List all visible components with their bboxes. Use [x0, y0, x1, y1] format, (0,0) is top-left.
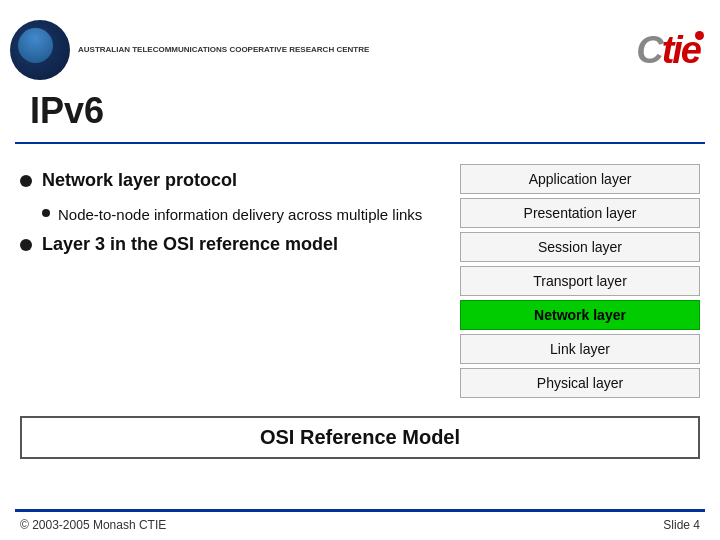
osi-transport-layer: Transport layer	[460, 266, 700, 296]
osi-model-column: Application layer Presentation layer Ses…	[460, 164, 700, 398]
ctie-c-letter: C	[636, 29, 661, 71]
osi-reference-box: OSI Reference Model	[20, 416, 700, 459]
bottom-area: © 2003-2005 Monash CTIE Slide 4	[0, 509, 720, 540]
bullet-text-2: Layer 3 in the OSI reference model	[42, 233, 338, 256]
bullet-icon-1	[20, 175, 32, 187]
osi-session-layer: Session layer	[460, 232, 700, 262]
page-title: IPv6	[20, 90, 700, 132]
footer: © 2003-2005 Monash CTIE Slide 4	[0, 518, 720, 540]
bullet-text-1: Network layer protocol	[42, 169, 237, 192]
ctie-dot-accent	[695, 31, 704, 40]
logo-text: Australian Telecommunications Cooperativ…	[78, 45, 369, 55]
university-logo	[10, 20, 70, 80]
left-column: Network layer protocol Node-to-node info…	[20, 164, 440, 398]
bullet-icon-2	[20, 239, 32, 251]
main-content: Network layer protocol Node-to-node info…	[0, 144, 720, 408]
title-section: IPv6	[0, 90, 720, 142]
slide-number: Slide 4	[663, 518, 700, 532]
logo-inner-circle	[18, 28, 53, 63]
bottom-divider	[15, 509, 705, 512]
bullet-item-1: Network layer protocol	[20, 169, 440, 192]
header: Australian Telecommunications Cooperativ…	[0, 0, 720, 90]
osi-application-layer: Application layer	[460, 164, 700, 194]
bullet-item-2: Layer 3 in the OSI reference model	[20, 233, 440, 256]
logo-area: Australian Telecommunications Cooperativ…	[10, 20, 369, 80]
ctie-logo-wrapper: Ctie	[636, 29, 700, 72]
osi-physical-layer: Physical layer	[460, 368, 700, 398]
sub-bullet-icon-1	[42, 209, 50, 217]
osi-network-layer: Network layer	[460, 300, 700, 330]
osi-presentation-layer: Presentation layer	[460, 198, 700, 228]
sub-bullet-item-1: Node-to-node information delivery across…	[42, 204, 440, 225]
sub-bullet-text-1: Node-to-node information delivery across…	[58, 204, 422, 225]
copyright-text: © 2003-2005 Monash CTIE	[20, 518, 166, 532]
osi-link-layer: Link layer	[460, 334, 700, 364]
